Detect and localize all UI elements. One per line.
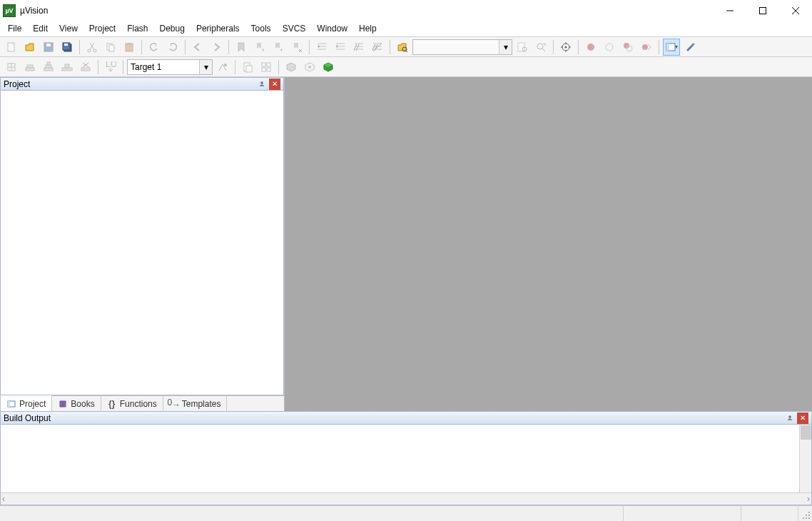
- target-options-button[interactable]: [214, 59, 231, 76]
- indent-button[interactable]: [313, 39, 330, 56]
- pin-icon[interactable]: [256, 79, 268, 90]
- breakpoint-button[interactable]: [582, 39, 599, 56]
- find-in-files-button[interactable]: [394, 39, 411, 56]
- main-area: Project ✕ Project Books {} Functions 0→ …: [0, 77, 812, 411]
- menu-edit[interactable]: Edit: [27, 21, 54, 36]
- chevron-down-icon[interactable]: ▾: [499, 40, 512, 54]
- paste-button[interactable]: [121, 39, 138, 56]
- panel-close-button[interactable]: ✕: [269, 79, 280, 90]
- menu-peripherals[interactable]: Peripherals: [191, 21, 245, 36]
- separator: [141, 40, 142, 54]
- manage-multi-button[interactable]: [258, 59, 275, 76]
- svg-line-20: [406, 51, 407, 52]
- separator: [123, 60, 123, 74]
- vertical-scrollbar[interactable]: [799, 425, 811, 492]
- main-toolbar: // // ▾ ▾: [0, 37, 812, 57]
- save-button[interactable]: [40, 39, 57, 56]
- tab-books[interactable]: Books: [52, 396, 101, 411]
- svg-text://: //: [372, 43, 378, 53]
- resize-grip[interactable]: [798, 506, 812, 521]
- bookmark-clear-button[interactable]: [288, 39, 305, 56]
- project-window-button[interactable]: ▾: [663, 39, 680, 56]
- svg-rect-44: [47, 62, 50, 65]
- build-button[interactable]: [21, 59, 39, 76]
- svg-point-63: [808, 515, 810, 516]
- svg-point-26: [565, 46, 567, 48]
- svg-point-64: [806, 517, 807, 519]
- pack-installer-button[interactable]: [320, 59, 337, 76]
- breakpoint-window-button[interactable]: [638, 39, 655, 56]
- file-extensions-button[interactable]: [239, 59, 256, 76]
- bookmark-prev-button[interactable]: [251, 39, 268, 56]
- tab-templates[interactable]: 0→ Templates: [163, 396, 228, 411]
- minimize-button[interactable]: [714, 0, 746, 21]
- menu-debug[interactable]: Debug: [154, 21, 191, 36]
- menu-tools[interactable]: Tools: [245, 21, 277, 36]
- batch-build-button[interactable]: [59, 59, 76, 76]
- nav-back-button[interactable]: [189, 39, 206, 56]
- open-file-button[interactable]: [21, 39, 39, 56]
- comment-button[interactable]: //: [350, 39, 367, 56]
- svg-rect-57: [262, 68, 265, 71]
- build-output-body[interactable]: ‹›: [0, 425, 812, 505]
- menu-project[interactable]: Project: [83, 21, 121, 36]
- rebuild-button[interactable]: [40, 59, 57, 76]
- maximize-button[interactable]: [746, 0, 779, 21]
- svg-point-10: [88, 49, 91, 52]
- status-cell-1: [623, 506, 741, 521]
- bookmark-next-button[interactable]: [270, 39, 287, 56]
- svg-rect-61: [8, 401, 10, 407]
- horizontal-scrollbar[interactable]: ‹›: [1, 492, 811, 505]
- find-combo[interactable]: ▾: [412, 39, 512, 55]
- svg-point-32: [606, 44, 613, 51]
- incremental-find-button[interactable]: [532, 39, 549, 56]
- menu-help[interactable]: Help: [353, 21, 382, 36]
- svg-point-34: [626, 46, 632, 51]
- project-tree[interactable]: [0, 91, 284, 395]
- undo-button[interactable]: [146, 39, 163, 56]
- separator: [390, 40, 390, 54]
- svg-rect-46: [68, 68, 72, 71]
- tab-project[interactable]: Project: [0, 395, 52, 411]
- unindent-button[interactable]: [332, 39, 349, 56]
- chevron-down-icon[interactable]: ▾: [199, 60, 212, 74]
- scrollbar-thumb[interactable]: [801, 425, 811, 440]
- svg-text://: //: [353, 43, 360, 53]
- project-panel: Project ✕ Project Books {} Functions 0→ …: [0, 77, 285, 411]
- configure-button[interactable]: [681, 39, 699, 56]
- new-file-button[interactable]: [3, 39, 20, 56]
- books-tab-icon: [58, 399, 68, 409]
- find-next-button[interactable]: [514, 39, 531, 56]
- menu-file[interactable]: File: [2, 21, 27, 36]
- svg-point-11: [93, 49, 96, 52]
- editor-area[interactable]: [285, 77, 812, 411]
- cut-button[interactable]: [83, 39, 101, 56]
- copy-button[interactable]: [102, 39, 119, 56]
- translate-button[interactable]: [3, 59, 20, 76]
- nav-forward-button[interactable]: [208, 39, 225, 56]
- svg-rect-56: [267, 63, 270, 66]
- close-button[interactable]: [779, 0, 812, 21]
- redo-button[interactable]: [164, 39, 181, 56]
- bookmark-toggle-button[interactable]: [233, 39, 250, 56]
- menu-flash[interactable]: Flash: [121, 21, 153, 36]
- separator: [659, 40, 659, 54]
- debug-button[interactable]: [557, 39, 574, 56]
- build-toolbar: LOAD Target 1 ▾: [0, 57, 812, 77]
- stop-build-button[interactable]: [77, 59, 94, 76]
- uncomment-button[interactable]: //: [369, 39, 386, 56]
- panel-close-button[interactable]: ✕: [797, 413, 808, 424]
- save-all-button[interactable]: [59, 39, 76, 56]
- target-combo[interactable]: Target 1 ▾: [127, 59, 213, 75]
- tab-functions[interactable]: {} Functions: [101, 396, 163, 411]
- menu-window[interactable]: Window: [311, 21, 353, 36]
- menu-view[interactable]: View: [54, 21, 83, 36]
- pin-icon[interactable]: [784, 413, 796, 424]
- breakpoint-kill-button[interactable]: [619, 39, 636, 56]
- download-button[interactable]: LOAD: [102, 59, 119, 76]
- breakpoint-disable-button[interactable]: [601, 39, 618, 56]
- manage-rte-button[interactable]: [283, 59, 300, 76]
- svg-rect-41: [27, 65, 33, 68]
- select-packs-button[interactable]: [301, 59, 318, 76]
- menu-svcs[interactable]: SVCS: [277, 21, 312, 36]
